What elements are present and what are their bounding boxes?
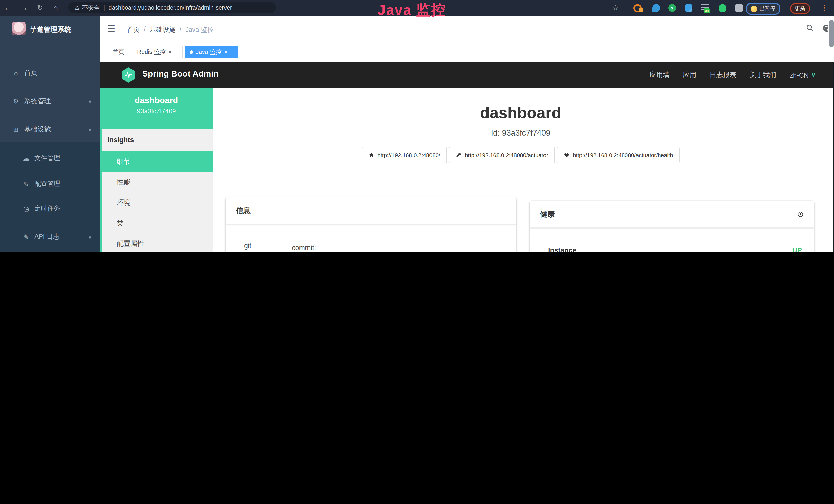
timer-icon: ◷ (22, 205, 30, 212)
not-secure-label: 不安全 (82, 4, 100, 12)
git-commit-line: commit: (292, 242, 363, 252)
sba-brand-title: Spring Boot Admin (142, 69, 219, 78)
sidebar-item-infrastructure[interactable]: ⊞ 基础设施 ∧ (0, 119, 100, 140)
sidebar-logo-row[interactable]: 芋道管理系统 (0, 20, 100, 42)
extension-on-badge: on (704, 8, 710, 13)
annotation-text: Java 监控 (378, 1, 446, 20)
tab-home[interactable]: 首页 (108, 46, 130, 58)
health-instance-row[interactable]: Instance UP (541, 228, 802, 252)
extension-y-icon[interactable]: y (668, 4, 676, 12)
browser-menu-icon[interactable]: ⋮ (821, 3, 828, 12)
sidebar-item-label: 文件管理 (35, 154, 60, 162)
extension-puzzle-icon[interactable] (735, 4, 743, 12)
menu-item-metrics[interactable]: 性能 (102, 172, 213, 192)
tab-label: Redis 监控 (137, 48, 166, 56)
heart-icon (564, 152, 570, 158)
sba-nav-links: 应用墙 应用 日志报表 关于我们 zh-CN ∨ (650, 62, 816, 88)
language-select[interactable]: zh-CN ∨ (790, 71, 816, 79)
close-icon[interactable]: × (224, 49, 227, 55)
chevron-down-icon: ∨ (88, 98, 92, 104)
extension-grid-icon[interactable] (685, 4, 693, 12)
status-badge: UP (792, 247, 802, 252)
instance-name: dashboard (100, 88, 213, 105)
sidebar-item-scheduled-tasks[interactable]: ◷ 定时任务 (0, 198, 100, 219)
not-secure-warning-icon: ⚠ (74, 4, 80, 11)
insights-section-title: Insights (102, 129, 213, 152)
sidebar-item-label: 基础设施 (24, 125, 51, 134)
browser-forward-icon[interactable]: → (21, 3, 28, 12)
info-row: git commit: time: 1596289704000 id: 27aa… (237, 224, 504, 252)
instance-header[interactable]: dashboard 93a3fc7f7409 (100, 88, 213, 129)
language-label: zh-CN (790, 71, 809, 79)
sidebar-item-system[interactable]: ⚙ 系统管理 ∨ (0, 91, 100, 111)
sidebar-item-label: 配置管理 (35, 180, 60, 188)
search-icon[interactable] (806, 24, 814, 32)
tags-view: 首页 Redis 监控 × Java 监控 × (100, 43, 834, 62)
close-icon[interactable]: × (168, 49, 172, 55)
actuator-url: http://192.168.0.2:48080/actuator (465, 152, 548, 158)
app-header: ☰ 首页 / 基础设施 / Java 监控 tT ▾ (100, 16, 834, 43)
dashboard-icon: ⌂ (12, 69, 20, 77)
instance-url-buttons: http://192.168.0.2:48080/ http://192.168… (213, 147, 828, 163)
menu-item-environment[interactable]: 环境 (102, 192, 213, 213)
sba-logo-icon[interactable] (122, 67, 135, 83)
sba-instance-sidebar: dashboard 93a3fc7f7409 Insights 细节 性能 环境… (100, 88, 213, 252)
sidebar-item-file-management[interactable]: ☁ 文件管理 (0, 148, 100, 168)
service-url: http://192.168.0.2:48080/ (377, 152, 440, 158)
sidebar-item-config-management[interactable]: ✎ 配置管理 (0, 174, 100, 194)
emoji-face-icon (750, 5, 757, 12)
tab-redis-monitor[interactable]: Redis 监控 × (133, 46, 183, 58)
extension-badge: 1 (639, 8, 643, 12)
scrollbar-thumb[interactable] (829, 20, 834, 47)
service-url-button[interactable]: http://192.168.0.2:48080/ (361, 147, 447, 163)
address-separator: | (104, 5, 105, 11)
home-icon (368, 152, 374, 158)
wrench-icon (456, 152, 462, 158)
menu-item-config-props[interactable]: 配置属性 (102, 234, 213, 252)
health-card-title: 健康 (540, 209, 555, 219)
nav-applications-wall[interactable]: 应用墙 (650, 70, 670, 79)
nav-applications[interactable]: 应用 (683, 70, 696, 79)
history-icon[interactable] (796, 210, 804, 218)
nav-journal[interactable]: 日志报表 (710, 70, 737, 79)
breadcrumb-infra[interactable]: 基础设施 (150, 26, 175, 35)
paused-label: 已暂停 (759, 5, 775, 12)
breadcrumb-separator: / (179, 26, 181, 35)
extension-person-icon[interactable] (719, 4, 726, 12)
browser-reload-icon[interactable]: ↻ (37, 3, 43, 12)
cloud-icon: ☁ (22, 154, 30, 162)
info-row-value: commit: time: 1596289704000 id: 27aa832 … (292, 242, 363, 252)
health-url-button[interactable]: http://192.168.0.2:48080/actuator/health (557, 147, 680, 163)
health-row-label: Instance (548, 247, 576, 252)
paused-extension-chip[interactable]: 已暂停 (746, 3, 780, 15)
breadcrumb: 首页 / 基础设施 / Java 监控 (127, 26, 214, 35)
tab-java-monitor[interactable]: Java 监控 × (185, 46, 238, 58)
url-text: dashboard.yudao.iocoder.cn/infra/admin-s… (109, 5, 232, 11)
extension-pin-icon[interactable] (652, 4, 660, 12)
menu-item-classes[interactable]: 类 (102, 213, 213, 234)
app-sidebar: 芋道管理系统 ⌂ 首页 ⚙ 系统管理 ∨ ⊞ 基础设施 ∧ ☁ 文件管理 ✎ 配… (0, 16, 100, 252)
browser-home-icon[interactable]: ⌂ (53, 3, 58, 12)
nav-about[interactable]: 关于我们 (750, 70, 776, 79)
info-row-label: git (244, 242, 292, 252)
hamburger-icon[interactable]: ☰ (107, 24, 115, 35)
tab-label: 首页 (112, 48, 124, 56)
info-card: 信息 git commit: time: 1596289704000 id: 2… (225, 197, 516, 252)
instance-id: 93a3fc7f7409 (100, 108, 213, 115)
bookmark-star-icon[interactable]: ☆ (612, 3, 619, 12)
actuator-url-button[interactable]: http://192.168.0.2:48080/actuator (449, 147, 555, 163)
sidebar-item-label: 定时任务 (35, 204, 60, 213)
sidebar-item-home[interactable]: ⌂ 首页 (0, 63, 100, 83)
health-card: 健康 Instance UP (530, 201, 814, 252)
menu-item-details[interactable]: 细节 (100, 152, 213, 172)
update-button[interactable]: 更新 (790, 3, 810, 14)
edit-icon: ✎ (22, 180, 30, 188)
breadcrumb-separator: / (144, 26, 146, 35)
browser-back-icon[interactable]: ← (4, 3, 11, 12)
breadcrumb-home[interactable]: 首页 (127, 26, 140, 35)
app-title: 芋道管理系统 (30, 25, 71, 35)
sidebar-item-api-logs[interactable]: ✎ API 日志 ∧ (0, 226, 100, 247)
page-instance-id: Id: 93a3fc7f7409 (213, 129, 828, 138)
address-bar[interactable]: ⚠ 不安全 | dashboard.yudao.iocoder.cn/infra… (68, 2, 276, 13)
active-dot-icon (190, 50, 193, 54)
